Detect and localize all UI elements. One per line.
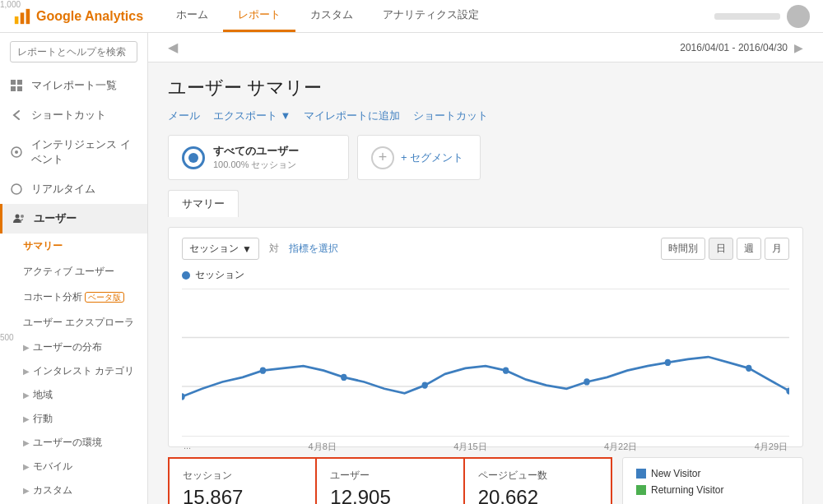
stat-sessions-label: セッション [183, 469, 302, 483]
segment-pct: 100.00% セッション [213, 159, 299, 171]
segment-circle-fill [188, 153, 198, 163]
nav-home[interactable]: ホーム [161, 0, 223, 32]
all-users-segment[interactable]: すべてのユーザー 100.00% セッション [168, 135, 349, 180]
chart-container: 1,000 500 [182, 289, 789, 437]
logo-area: Google Analytics [13, 7, 161, 25]
sidebar-item-label: インテリジェンス イベント [31, 137, 137, 167]
main-header-bar: ◀ 2016/04/01 - 2016/04/30 ▶ [148, 33, 823, 62]
page-title: ユーザー サマリー [168, 76, 803, 100]
chart-x-labels: ... 4月8日 4月15日 4月22日 4月29日 [182, 441, 789, 453]
segment-bar: すべてのユーザー 100.00% セッション + + セグメント [168, 135, 803, 180]
returning-visitor-color-icon [636, 485, 646, 495]
vs-text: 対 [269, 242, 279, 256]
segment-info: すべてのユーザー 100.00% セッション [213, 144, 299, 171]
body: マイレポート一覧 ショートカット インテリジェンス イベント リアルタイム ユー [0, 33, 823, 504]
chart-controls: セッション ▼ 対 指標を選択 時間別 日 週 月 [182, 238, 789, 260]
stat-pageviews-label: ページビュー数 [478, 469, 597, 483]
stat-sessions: セッション 15,867 [168, 457, 317, 504]
export-button[interactable]: エクスポート ▼ [213, 109, 291, 123]
add-segment-button[interactable]: + + セグメント [357, 135, 481, 180]
action-bar: メール エクスポート ▼ マイレポートに追加 ショートカット [168, 109, 803, 123]
beta-badge: ベータ版 [85, 292, 124, 303]
main-content-area: ◀ 2016/04/01 - 2016/04/30 ▶ ユーザー サマリー メー… [148, 33, 823, 504]
header-right [714, 5, 810, 28]
app-header: Google Analytics ホーム レポート カスタム アナリティクス設定 [0, 0, 823, 33]
user-avatar[interactable] [787, 5, 810, 28]
highlighted-stats-row: セッション 15,867 ユーザー 12,905 [168, 457, 612, 504]
chart-legend: セッション [182, 268, 789, 282]
svg-rect-26 [636, 485, 646, 495]
svg-point-16 [182, 393, 185, 400]
sessions-chart [182, 289, 789, 437]
legend-label: セッション [195, 268, 244, 282]
sidebar-item-label: マイレポート一覧 [31, 78, 117, 93]
date-range-display: 2016/04/01 - 2016/04/30 [680, 42, 788, 53]
nav-settings[interactable]: アナリティクス設定 [368, 0, 494, 32]
time-hourly-button[interactable]: 時間別 [661, 238, 705, 260]
sidebar-item-label: ショートカット [31, 108, 106, 123]
add-segment-label: + セグメント [401, 150, 463, 165]
svg-point-20 [503, 367, 509, 373]
stat-pageviews-value: 20,662 [478, 486, 597, 504]
pie-legend-new-label: New Visitor [651, 468, 700, 479]
chart-svg-wrapper: ... 4月8日 4月15日 4月22日 4月29日 [182, 289, 789, 437]
collapse-sidebar-button[interactable]: ◀ [168, 39, 178, 55]
svg-point-19 [422, 381, 428, 388]
time-monthly-button[interactable]: 月 [765, 238, 789, 260]
account-selector[interactable] [714, 13, 780, 20]
add-to-report-button[interactable]: マイレポートに追加 [304, 109, 400, 123]
stat-users: ユーザー 12,905 [317, 457, 464, 504]
sidebar-item-label: リアルタイム [31, 182, 95, 197]
dropdown-arrow-icon: ▼ [242, 243, 252, 255]
app-title: Google Analytics [36, 9, 143, 24]
sidebar-item-label: ユーザー [34, 211, 77, 226]
pie-legend-new: New Visitor [636, 468, 789, 479]
nav-custom[interactable]: カスタム [295, 0, 368, 32]
svg-point-21 [584, 378, 589, 385]
stat-users-value: 12,905 [330, 486, 449, 504]
pie-chart-area: New Visitor Returning Visitor [622, 457, 803, 504]
svg-point-23 [746, 365, 751, 372]
tab-summary[interactable]: サマリー [168, 190, 239, 217]
segment-circle-icon [182, 146, 205, 169]
stats-area: セッション 15,867 ユーザー 12,905 [168, 457, 612, 504]
time-daily-button[interactable]: 日 [709, 238, 733, 260]
metric-select-dropdown[interactable]: セッション ▼ [182, 238, 259, 260]
stat-pageviews: ページビュー数 20,662 [465, 457, 612, 504]
stat-sessions-value: 15,867 [183, 486, 302, 504]
svg-rect-25 [636, 469, 646, 479]
time-buttons: 時間別 日 週 月 [661, 238, 789, 260]
stat-users-label: ユーザー [330, 469, 449, 483]
legend-dot-icon [182, 271, 190, 280]
add-segment-circle-icon: + [371, 146, 394, 169]
svg-point-18 [341, 374, 346, 381]
shortcut-button[interactable]: ショートカット [413, 109, 488, 123]
date-range-arrow[interactable]: ▶ [794, 41, 803, 54]
nav-reports[interactable]: レポート [223, 0, 295, 32]
svg-point-17 [260, 367, 266, 373]
main-nav: ホーム レポート カスタム アナリティクス設定 [161, 0, 494, 32]
pie-legend-returning: Returning Visitor [636, 484, 789, 496]
summary-tab: サマリー [168, 190, 803, 217]
bottom-section: セッション 15,867 ユーザー 12,905 [168, 457, 803, 504]
time-weekly-button[interactable]: 週 [737, 238, 761, 260]
svg-point-22 [665, 359, 671, 366]
chart-area: セッション ▼ 対 指標を選択 時間別 日 週 月 セッション [168, 227, 803, 447]
pie-legend: New Visitor Returning Visitor [636, 468, 789, 496]
new-visitor-color-icon [636, 469, 646, 479]
metric-select-label: セッション [189, 242, 239, 256]
segment-name: すべてのユーザー [213, 144, 299, 159]
main-content: ユーザー サマリー メール エクスポート ▼ マイレポートに追加 ショートカット… [148, 62, 823, 504]
metric-link[interactable]: 指標を選択 [289, 242, 338, 256]
pie-legend-returning-label: Returning Visitor [651, 484, 724, 496]
email-button[interactable]: メール [168, 109, 200, 123]
